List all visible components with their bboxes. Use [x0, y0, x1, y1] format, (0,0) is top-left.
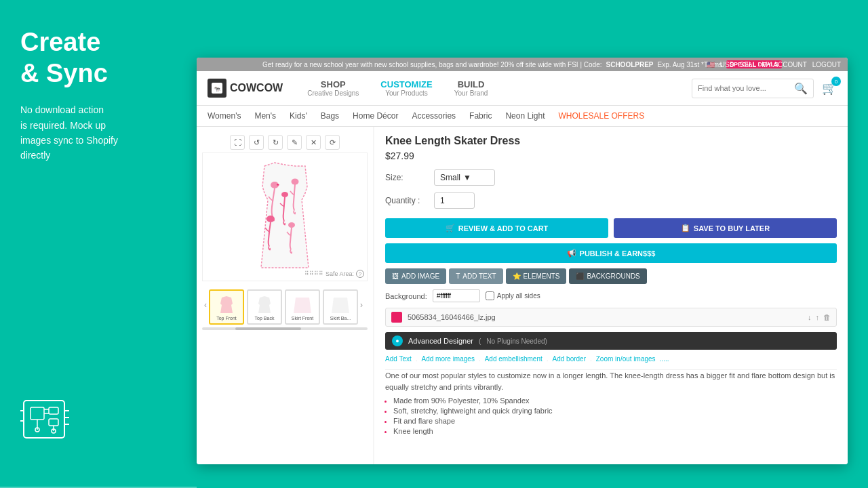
scroll-left-arrow[interactable]: ‹	[202, 300, 209, 310]
nav-womens[interactable]: Women's	[208, 110, 241, 122]
safe-area-label: ⠿⠿⠿⠿ Safe Area: ?	[304, 270, 364, 278]
header-nav: SHOP Creative Designs CUSTOMIZE Your Pro…	[296, 77, 692, 100]
svg-rect-1	[31, 407, 44, 420]
header: 🐄 COWCOW SHOP Creative Designs CUSTOMIZE…	[197, 71, 848, 106]
toolbar-redo[interactable]: ↻	[268, 135, 283, 150]
nav-wholesale[interactable]: WHOLESALE OFFERS	[559, 110, 645, 122]
action-add-border[interactable]: Add border	[553, 355, 586, 363]
scroll-bar	[202, 327, 368, 330]
dress-image	[241, 159, 329, 274]
review-add-to-cart-button[interactable]: 🛒 REVIEW & ADD TO CART	[385, 218, 608, 238]
safe-area-info-icon[interactable]: ?	[356, 270, 364, 278]
apply-all-label: Apply all sides	[497, 292, 540, 300]
sell-link[interactable]: SELL	[740, 61, 756, 68]
background-label: Background:	[385, 292, 427, 300]
search-input[interactable]	[698, 84, 791, 92]
bullet-1: Soft, stretchy, lightweight and quick dr…	[393, 407, 837, 415]
main-content: ⛶ ↺ ↻ ✎ ✕ ⟳	[197, 127, 848, 464]
quantity-row: Quantity :	[385, 192, 837, 209]
action-add-text[interactable]: Add Text	[385, 355, 412, 363]
search-bar[interactable]: 🔍	[692, 79, 814, 98]
nav-build[interactable]: BUILD Your Brand	[443, 77, 499, 100]
nav-shop[interactable]: SHOP Creative Designs	[296, 77, 370, 100]
svg-point-21	[292, 179, 299, 185]
action-add-images[interactable]: Add more images	[422, 355, 475, 363]
primary-buttons-row: 🛒 REVIEW & ADD TO CART 📋 SAVE TO BUY LAT…	[385, 218, 837, 238]
description-bullets: Made from 90% Polyester, 10% Spandex Sof…	[385, 396, 837, 435]
toolbar-delete[interactable]: ✕	[306, 135, 321, 150]
product-details: Knee Length Skater Dress $27.99 Size: Sm…	[374, 127, 848, 464]
toolbar-undo[interactable]: ↺	[249, 135, 264, 150]
advanced-designer-bar[interactable]: ● Advanced Designer ( No Plugins Needed)	[385, 332, 837, 350]
file-icon	[391, 312, 402, 323]
thumbnail-skirt-front[interactable]: Skirt Front	[285, 289, 320, 325]
thumbnail-top-back[interactable]: Top Back	[247, 289, 282, 325]
add-image-button[interactable]: 🖼 ADD IMAGE	[385, 268, 446, 284]
logo[interactable]: 🐄 COWCOW	[208, 79, 283, 98]
cart-button[interactable]: 🛒 0	[822, 81, 837, 96]
file-row: 5065834_16046466_lz.jpg ↓ ↑ 🗑	[385, 308, 837, 327]
nav-bags[interactable]: Bags	[321, 110, 339, 122]
toolbar-edit[interactable]: ✎	[287, 135, 302, 150]
nav-kids[interactable]: Kids'	[290, 110, 307, 122]
search-icon: 🔍	[794, 82, 808, 95]
elements-button[interactable]: ⭐ ELEMENTS	[506, 268, 567, 284]
svg-point-22	[267, 216, 275, 222]
cart-btn-icon: 🛒	[446, 224, 455, 232]
file-up-icon[interactable]: ↑	[816, 313, 820, 321]
save-to-buy-later-button[interactable]: 📋 SAVE TO BUY LATER	[614, 218, 837, 238]
image-icon: 🖼	[392, 272, 399, 280]
thumb-label-1: Top Back	[255, 316, 275, 321]
nav-neon-light[interactable]: Neon Light	[505, 110, 545, 122]
quantity-input[interactable]	[434, 192, 475, 209]
size-row: Size: Small ▼	[385, 169, 837, 186]
bullet-3: Knee length	[393, 427, 837, 435]
action-zoom[interactable]: Zoom in/out images	[596, 355, 656, 363]
thumbnails-list: Top Front Top Back S	[209, 289, 358, 325]
thumbnail-skirt-back[interactable]: Skirt Ba...	[323, 289, 358, 325]
left-panel: Create & Sync No download action is requ…	[0, 0, 197, 488]
backgrounds-button[interactable]: ⬛ BACKGROUNDS	[569, 268, 646, 284]
thumb-label-3: Skirt Ba...	[330, 316, 351, 321]
scroll-indicator	[235, 327, 302, 330]
nav-mens[interactable]: Men's	[254, 110, 276, 122]
bullet-2: Fit and flare shape	[393, 417, 837, 425]
add-text-button[interactable]: T ADD TEXT	[449, 268, 502, 284]
file-delete-icon[interactable]: 🗑	[823, 313, 831, 321]
logout-link[interactable]: LOGOUT	[812, 61, 841, 68]
apply-all-checkbox[interactable]	[486, 291, 494, 300]
thumbnail-top-front[interactable]: Top Front	[209, 289, 244, 325]
quantity-label: Quantity :	[385, 196, 426, 205]
no-plugin-text: No Plugins Needed)	[486, 338, 547, 345]
bullet-0: Made from 90% Polyester, 10% Spandex	[393, 396, 837, 405]
top-right-links: 🇺🇸 USD SELL MY ACCOUNT LOGOUT	[707, 61, 841, 68]
viewer-toolbar: ⛶ ↺ ↻ ✎ ✕ ⟳	[202, 132, 368, 152]
chevron-down-icon: ▼	[463, 173, 471, 182]
product-options: Size: Small ▼ Quantity :	[385, 169, 837, 209]
logo-icon: 🐄	[208, 79, 226, 98]
publish-icon: 📢	[567, 249, 576, 258]
browser-window: Get ready for a new school year with new…	[197, 58, 848, 464]
cart-count: 0	[831, 77, 841, 86]
background-color-input[interactable]	[433, 289, 480, 302]
apply-all-sides: Apply all sides	[486, 291, 540, 300]
nav-home-decor[interactable]: Home Décor	[353, 110, 398, 122]
nav-customize[interactable]: CUSTOMIZE Your Products	[370, 77, 443, 100]
file-download-icon[interactable]: ↓	[808, 313, 812, 321]
action-add-embellishment[interactable]: Add embellishment	[485, 355, 542, 363]
star-icon: ⭐	[513, 272, 521, 280]
my-account-link[interactable]: MY ACCOUNT	[762, 61, 807, 68]
announcement-bar: Get ready for a new school year with new…	[197, 58, 848, 71]
publish-button[interactable]: 📢 PUBLISH & EARN$$$	[385, 243, 837, 263]
nav-fabric[interactable]: Fabric	[469, 110, 492, 122]
svg-point-18	[273, 183, 277, 186]
left-title: Create & Sync	[20, 27, 176, 89]
toolbar-refresh[interactable]: ⟳	[325, 135, 340, 150]
toolbar-fullscreen[interactable]: ⛶	[230, 135, 245, 150]
nav-accessories[interactable]: Accessories	[412, 110, 456, 122]
flag-icon: 🇺🇸	[707, 61, 715, 68]
file-name: 5065834_16046466_lz.jpg	[408, 313, 496, 321]
size-select[interactable]: Small ▼	[434, 169, 495, 186]
action-more[interactable]: .....	[660, 355, 669, 363]
scroll-right-arrow[interactable]: ›	[358, 300, 365, 310]
